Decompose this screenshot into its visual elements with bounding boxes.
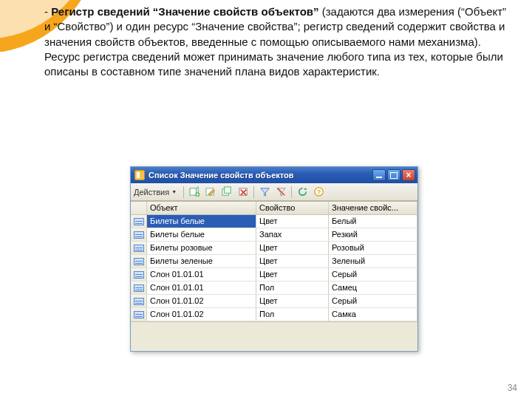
cell-value: Самка <box>329 308 417 321</box>
row-marker <box>131 215 147 228</box>
cell-object: Слон 01.01.01 <box>147 268 256 281</box>
cell-property: Цвет <box>256 215 329 228</box>
chevron-down-icon: ▼ <box>171 189 177 194</box>
cell-object: Билеты белые <box>147 228 256 241</box>
cell-property: Цвет <box>256 242 329 254</box>
row-marker <box>131 295 147 307</box>
table-row[interactable]: Билеты белыеЦветБелый <box>131 215 417 228</box>
toolbar-separator <box>253 186 254 198</box>
table-row[interactable]: Слон 01.01.01ЦветСерый <box>131 268 417 282</box>
delete-button[interactable] <box>236 185 250 199</box>
record-icon <box>134 271 144 279</box>
row-marker <box>131 308 147 321</box>
cell-value: Зеленый <box>329 255 417 267</box>
cell-object: Билеты белые <box>147 215 256 228</box>
filter-button[interactable] <box>257 185 272 199</box>
cell-object: Билеты розовые <box>147 242 256 254</box>
row-marker-header <box>131 202 147 214</box>
toolbar-separator <box>291 186 292 198</box>
toolbar: Действия ▼ ? <box>131 183 417 201</box>
body-text: - Регистр сведений “Значение свойств объ… <box>44 4 510 79</box>
close-button[interactable] <box>402 169 415 181</box>
record-icon <box>134 218 144 225</box>
grid-header: Объект Свойство Значение свойс... <box>131 202 417 215</box>
para-bold: Регистр сведений “Значение свойств объек… <box>51 5 322 18</box>
svg-text:?: ? <box>317 188 321 196</box>
data-grid: Объект Свойство Значение свойс... Билеты… <box>131 201 417 321</box>
dash: - <box>44 5 51 18</box>
row-marker <box>131 268 147 281</box>
help-button[interactable]: ? <box>311 185 326 199</box>
record-icon <box>134 311 144 318</box>
record-icon <box>134 258 144 265</box>
table-row[interactable]: Билеты зеленыеЦветЗеленый <box>131 255 417 268</box>
cell-value: Самец <box>329 282 417 294</box>
actions-menu[interactable]: Действия ▼ <box>134 188 177 197</box>
cell-property: Пол <box>256 282 329 294</box>
cell-value: Серый <box>329 295 417 307</box>
cell-value: Резкий <box>329 228 417 241</box>
page-number: 34 <box>508 383 517 393</box>
table-row[interactable]: Билеты белыеЗапахРезкий <box>131 228 417 242</box>
cell-value: Розовый <box>329 242 417 254</box>
edit-button[interactable] <box>203 185 218 199</box>
cell-object: Билеты зеленые <box>147 255 256 267</box>
copy-button[interactable] <box>219 185 234 199</box>
row-marker <box>131 282 147 294</box>
cell-property: Цвет <box>256 295 329 307</box>
cell-property: Цвет <box>256 268 329 281</box>
table-row[interactable]: Слон 01.01.02ПолСамка <box>131 308 417 321</box>
cell-object: Слон 01.01.01 <box>147 282 256 294</box>
refresh-button[interactable] <box>295 185 310 199</box>
cell-object: Слон 01.01.02 <box>147 295 256 307</box>
cell-property: Цвет <box>256 255 329 267</box>
window-footer <box>131 321 417 351</box>
row-marker <box>131 228 147 241</box>
row-marker <box>131 255 147 267</box>
cell-property: Пол <box>256 308 329 321</box>
col-value[interactable]: Значение свойс... <box>329 202 417 214</box>
minimize-button[interactable] <box>372 169 386 181</box>
record-icon <box>134 284 144 292</box>
titlebar: Список Значение свойств объектов <box>131 167 417 183</box>
record-icon <box>134 231 144 239</box>
cell-object: Слон 01.01.02 <box>147 308 256 321</box>
record-icon <box>134 245 144 252</box>
table-row[interactable]: Слон 01.01.01ПолСамец <box>131 282 417 295</box>
row-marker <box>131 242 147 254</box>
app-icon <box>134 170 145 180</box>
toolbar-separator <box>183 186 184 198</box>
filter-off-button[interactable] <box>273 185 288 199</box>
actions-label: Действия <box>134 188 169 197</box>
svg-rect-4 <box>224 187 230 193</box>
col-object[interactable]: Объект <box>147 202 256 214</box>
cell-value: Белый <box>329 215 417 228</box>
col-property[interactable]: Свойство <box>256 202 329 214</box>
cell-value: Серый <box>329 268 417 281</box>
window-title: Список Значение свойств объектов <box>149 171 371 180</box>
add-button[interactable] <box>187 185 202 199</box>
table-row[interactable]: Билеты розовыеЦветРозовый <box>131 242 417 255</box>
screenshot-window: Список Значение свойств объектов Действи… <box>130 166 418 352</box>
maximize-button[interactable] <box>387 169 400 181</box>
table-row[interactable]: Слон 01.01.02ЦветСерый <box>131 295 417 308</box>
cell-property: Запах <box>256 228 329 241</box>
record-icon <box>134 298 144 305</box>
